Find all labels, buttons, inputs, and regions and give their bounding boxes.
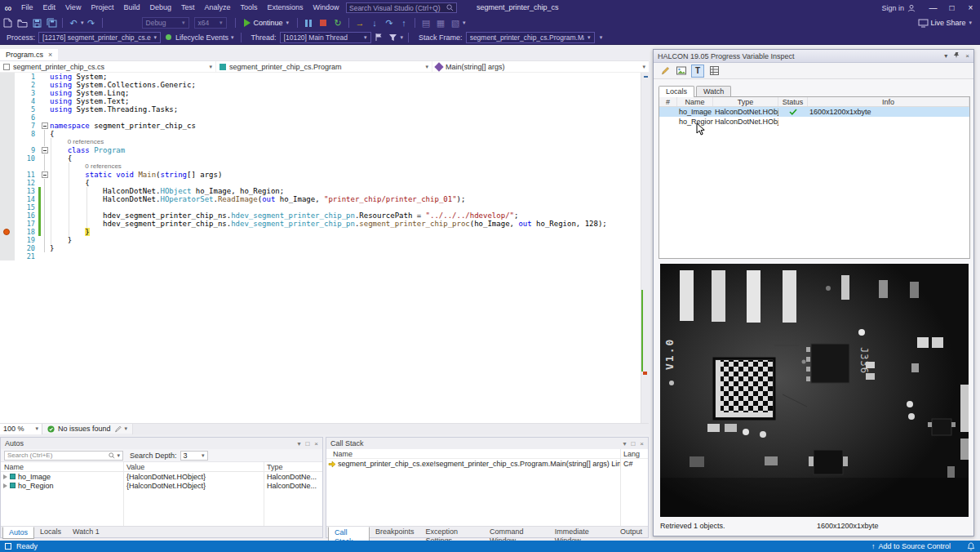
toolbar-overflow-caret-icon[interactable]: ▾ xyxy=(463,20,466,26)
output-window-icon[interactable]: ▤ xyxy=(419,16,433,29)
source-control-button[interactable]: ↑ Add to Source Control xyxy=(871,542,951,550)
breadcrumb-caret-icon[interactable]: ▾ xyxy=(642,64,645,70)
code-line[interactable]: 21 xyxy=(0,252,649,260)
outlining-margin[interactable] xyxy=(41,122,50,130)
code-line[interactable]: 0 references xyxy=(0,162,649,171)
outlining-margin[interactable] xyxy=(41,171,50,179)
breakpoint-margin[interactable] xyxy=(0,89,15,97)
background-tasks-icon[interactable] xyxy=(5,543,11,550)
code-line[interactable]: 10 { xyxy=(0,154,649,162)
code-line[interactable]: 3using System.Linq; xyxy=(0,89,649,97)
menu-build[interactable]: Build xyxy=(118,0,144,16)
step-out-icon[interactable]: ↑ xyxy=(397,16,411,29)
menu-edit[interactable]: Edit xyxy=(38,0,61,16)
search-options-caret-icon[interactable]: ▾ xyxy=(117,452,120,459)
lifecycle-caret-icon[interactable]: ▾ xyxy=(231,34,234,41)
codelens-references[interactable]: 0 references xyxy=(50,162,122,171)
menu-test[interactable]: Test xyxy=(176,0,200,16)
maximize-panel-icon[interactable]: □ xyxy=(631,440,635,447)
column-status[interactable]: Status xyxy=(778,97,808,106)
find-in-files-icon[interactable]: ▦ xyxy=(433,16,448,29)
expander-icon[interactable] xyxy=(3,474,7,479)
command-window-icon[interactable]: ▧ xyxy=(448,16,463,29)
column-info[interactable]: Info xyxy=(808,97,969,106)
edit-tool-icon[interactable] xyxy=(659,65,672,78)
close-button[interactable]: × xyxy=(961,0,980,16)
tab-watch[interactable]: Watch xyxy=(696,86,731,97)
flag-threads-icon[interactable] xyxy=(371,31,386,44)
code-line[interactable]: 18 } xyxy=(0,228,649,236)
code-line[interactable]: 0 references xyxy=(0,138,649,146)
tab-close-icon[interactable]: × xyxy=(48,51,52,59)
sign-in-button[interactable]: Sign in xyxy=(873,4,924,12)
close-panel-icon[interactable]: × xyxy=(314,440,318,447)
breakpoint-margin[interactable] xyxy=(0,146,15,154)
editor-horizontal-scrollbar[interactable] xyxy=(132,424,649,434)
column-lang[interactable]: Lang xyxy=(620,449,648,458)
breakpoint-margin[interactable] xyxy=(0,81,15,89)
collapse-box-icon[interactable] xyxy=(42,122,48,129)
menu-file[interactable]: File xyxy=(16,0,38,16)
column-type[interactable]: Type xyxy=(264,462,322,471)
image-view-icon[interactable] xyxy=(675,65,688,78)
halcon-row-ho-image[interactable]: ho_Image HalconDotNet.HObject 1600x1200x… xyxy=(659,107,969,117)
breakpoint-margin[interactable] xyxy=(0,105,15,114)
breadcrumb-caret-icon[interactable]: ▾ xyxy=(209,64,212,70)
breakpoint-margin[interactable] xyxy=(0,187,15,195)
breakpoint-margin[interactable] xyxy=(0,179,15,187)
halcon-row-ho-region[interactable]: ho_Region HalconDotNet.HObject xyxy=(659,117,969,127)
redo-icon[interactable]: ↷ xyxy=(84,16,99,29)
menu-analyze[interactable]: Analyze xyxy=(199,0,235,16)
code-line[interactable]: 13 HalconDotNet.HObject ho_Image, ho_Reg… xyxy=(0,187,649,195)
tab-locals[interactable]: Locals xyxy=(34,527,67,537)
stack-frame-dropdown[interactable]: segment_printer_chip_cs.Program.Main▾ xyxy=(466,32,595,43)
breakpoint-margin[interactable] xyxy=(0,73,15,81)
thread-dropdown[interactable]: [10120] Main Thread▾ xyxy=(280,32,371,43)
code-line[interactable]: 8{ xyxy=(0,130,649,138)
column-type[interactable]: Type xyxy=(713,97,778,106)
text-view-icon[interactable]: T xyxy=(691,65,704,78)
minimize-button[interactable]: — xyxy=(924,0,942,16)
tab-watch1[interactable]: Watch 1 xyxy=(67,527,105,537)
code-line[interactable]: 2using System.Collections.Generic; xyxy=(0,81,649,89)
show-next-statement-icon[interactable]: → xyxy=(353,16,367,29)
breadcrumb-caret-icon[interactable]: ▾ xyxy=(425,64,428,70)
collapse-box-icon[interactable] xyxy=(42,147,48,154)
breakpoint-margin[interactable] xyxy=(0,122,15,130)
continue-button[interactable]: Continue ▾ xyxy=(239,16,295,29)
tab-locals[interactable]: Locals xyxy=(659,86,694,97)
breakpoint-margin[interactable] xyxy=(0,220,15,228)
menu-extensions[interactable]: Extensions xyxy=(263,0,308,16)
autos-search-input[interactable] xyxy=(7,452,107,459)
search-depth-dropdown[interactable]: 3 ▾ xyxy=(180,451,208,461)
code-line[interactable]: 4using System.Text; xyxy=(0,97,649,105)
notifications-bell-icon[interactable] xyxy=(967,542,975,551)
filter-threads-icon[interactable] xyxy=(386,31,401,44)
menu-project[interactable]: Project xyxy=(86,0,118,16)
outlining-margin[interactable] xyxy=(41,146,50,154)
code-line[interactable]: 1using System; xyxy=(0,73,649,81)
code-line[interactable]: 15 xyxy=(0,203,649,211)
breakpoint-margin[interactable] xyxy=(0,228,15,236)
breakpoint-margin[interactable] xyxy=(0,195,15,203)
callstack-frame-row[interactable]: segment_printer_chip_cs.exe!segment_prin… xyxy=(326,459,648,469)
document-health-indicator[interactable]: No issues found ▾ xyxy=(42,425,132,433)
step-into-icon[interactable]: ↓ xyxy=(367,16,382,29)
debugbar-overflow-caret-icon[interactable]: ▾ xyxy=(600,34,603,41)
save-all-icon[interactable] xyxy=(44,16,59,29)
code-line[interactable]: 6 xyxy=(0,114,649,122)
tab-output[interactable]: Output xyxy=(614,527,648,537)
code-line[interactable]: 19 } xyxy=(0,236,649,244)
breakpoint-margin[interactable] xyxy=(0,171,15,179)
column-index[interactable]: # xyxy=(659,97,677,106)
code-line[interactable]: 11 static void Main(string[] args) xyxy=(0,171,649,179)
breakpoint-margin[interactable] xyxy=(0,114,15,122)
break-all-icon[interactable] xyxy=(301,16,316,29)
vs-search-box[interactable] xyxy=(346,2,457,13)
column-name[interactable]: Name xyxy=(1,462,123,471)
code-line[interactable]: 20} xyxy=(0,244,649,252)
vs-search-input[interactable] xyxy=(349,4,444,12)
breadcrumb-project[interactable]: segment_printer_chip_cs.cs ▾ xyxy=(0,61,216,72)
breakpoint-margin[interactable] xyxy=(0,252,15,260)
breakpoint-margin[interactable] xyxy=(0,97,15,105)
